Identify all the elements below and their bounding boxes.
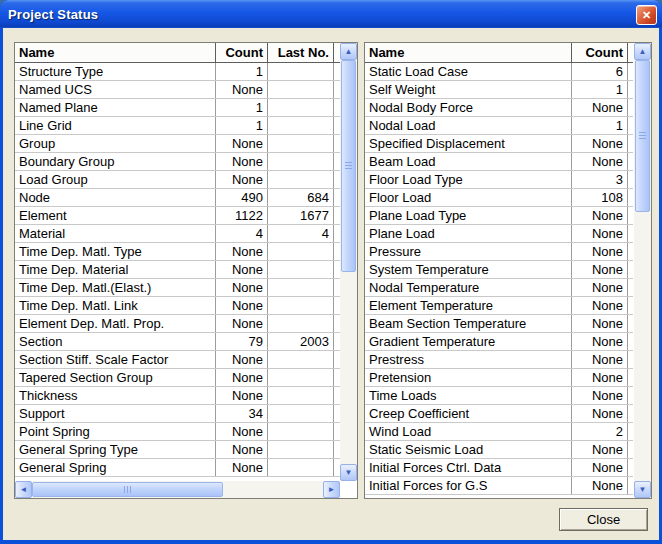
left-grid-header: Name Count Last No. <box>15 43 340 63</box>
scroll-down-icon[interactable]: ▼ <box>634 481 651 498</box>
cell-name: Beam Load <box>365 153 572 170</box>
cell-count: None <box>216 279 268 296</box>
close-icon[interactable]: ✕ <box>636 5 657 25</box>
table-row: Point SpringNone <box>15 423 340 441</box>
table-row: Creep CoefficientNone <box>365 405 633 423</box>
cell-count: 108 <box>572 189 628 206</box>
cell-count: None <box>216 387 268 404</box>
cell-last <box>268 135 334 152</box>
cell-count: 4 <box>216 225 268 242</box>
cell-name: Structure Type <box>15 63 216 80</box>
cell-count: None <box>572 153 628 170</box>
left-grid-body: Structure Type1Named UCSNoneNamed Plane1… <box>15 63 340 477</box>
cell-name: Static Seismic Load <box>365 441 572 458</box>
cell-count: None <box>216 369 268 386</box>
table-row: Node490684 <box>15 189 340 207</box>
table-row: General SpringNone <box>15 459 340 477</box>
cell-name: Wind Load <box>365 423 572 440</box>
cell-last <box>268 261 334 278</box>
dialog-client-area: Name Count Last No. Structure Type1Named… <box>3 28 659 540</box>
project-status-dialog: Project Status ✕ Name Count Last No. Str… <box>0 0 662 544</box>
left-horizontal-scrollbar[interactable]: ◄ ► <box>15 481 340 498</box>
table-row: Time Dep. MaterialNone <box>15 261 340 279</box>
scroll-up-icon[interactable]: ▲ <box>340 43 357 60</box>
table-row: Time Dep. Matl. TypeNone <box>15 243 340 261</box>
cell-count: None <box>216 441 268 458</box>
table-row: Gradient TemperatureNone <box>365 333 633 351</box>
right-grid-body: Static Load Case6Self Weight1Nodal Body … <box>365 63 633 495</box>
cell-count: 6 <box>572 63 628 80</box>
right-grid-header: Name Count <box>365 43 633 63</box>
scroll-left-icon[interactable]: ◄ <box>15 481 32 498</box>
cell-name: Self Weight <box>365 81 572 98</box>
table-row: Section792003 <box>15 333 340 351</box>
table-row: Tapered Section GroupNone <box>15 369 340 387</box>
cell-count: 1 <box>572 117 628 134</box>
cell-name: Element Dep. Matl. Prop. <box>15 315 216 332</box>
left-hscroll-thumb[interactable] <box>32 482 223 497</box>
cell-name: Nodal Body Force <box>365 99 572 116</box>
left-status-panel: Name Count Last No. Structure Type1Named… <box>14 42 358 499</box>
scroll-right-icon[interactable]: ► <box>323 481 340 498</box>
cell-count: None <box>572 225 628 242</box>
cell-count: None <box>572 243 628 260</box>
cell-count: None <box>572 369 628 386</box>
cell-count: None <box>216 135 268 152</box>
cell-name: Specified Displacement <box>365 135 572 152</box>
cell-name: Gradient Temperature <box>365 333 572 350</box>
table-row: Nodal Body ForceNone <box>365 99 633 117</box>
table-row: Nodal Load1 <box>365 117 633 135</box>
cell-count: 2 <box>572 423 628 440</box>
cell-last <box>268 459 334 476</box>
cell-name: Time Dep. Matl.(Elast.) <box>15 279 216 296</box>
cell-count: None <box>572 99 628 116</box>
cell-name: Pretension <box>365 369 572 386</box>
left-vscroll-thumb[interactable] <box>341 60 356 272</box>
cell-name: Floor Load <box>365 189 572 206</box>
cell-count: None <box>572 297 628 314</box>
right-status-panel: Name Count Static Load Case6Self Weight1… <box>364 42 652 499</box>
left-vertical-scrollbar[interactable]: ▲ ▼ <box>340 43 357 481</box>
title-bar[interactable]: Project Status ✕ <box>0 0 662 28</box>
table-row: System TemperatureNone <box>365 261 633 279</box>
cell-last <box>268 99 334 116</box>
cell-last <box>268 171 334 188</box>
cell-count: None <box>572 261 628 278</box>
cell-count: None <box>216 171 268 188</box>
cell-count: 1 <box>216 117 268 134</box>
cell-count: None <box>572 459 628 476</box>
column-header-lastno: Last No. <box>268 43 334 62</box>
cell-count: 490 <box>216 189 268 206</box>
right-vscroll-thumb[interactable] <box>635 60 650 212</box>
cell-last <box>268 315 334 332</box>
cell-name: Thickness <box>15 387 216 404</box>
cell-count: 1 <box>216 63 268 80</box>
table-row: Load GroupNone <box>15 171 340 189</box>
cell-name: Load Group <box>15 171 216 188</box>
scroll-up-icon[interactable]: ▲ <box>634 43 651 60</box>
cell-last <box>268 387 334 404</box>
table-row: PressureNone <box>365 243 633 261</box>
close-button[interactable]: Close <box>559 508 648 531</box>
table-row: PrestressNone <box>365 351 633 369</box>
cell-last: 4 <box>268 225 334 242</box>
cell-last <box>268 441 334 458</box>
cell-name: Named Plane <box>15 99 216 116</box>
table-row: Initial Forces Ctrl. DataNone <box>365 459 633 477</box>
cell-name: Floor Load Type <box>365 171 572 188</box>
table-row: Section Stiff. Scale FactorNone <box>15 351 340 369</box>
scroll-down-icon[interactable]: ▼ <box>340 464 357 481</box>
cell-name: Section <box>15 333 216 350</box>
cell-count: 1 <box>216 99 268 116</box>
table-row: Time Dep. Matl. LinkNone <box>15 297 340 315</box>
right-vertical-scrollbar[interactable]: ▲ ▼ <box>634 43 651 498</box>
table-row: GroupNone <box>15 135 340 153</box>
table-row: Element Dep. Matl. Prop.None <box>15 315 340 333</box>
column-header-name: Name <box>15 43 216 62</box>
table-row: Specified DisplacementNone <box>365 135 633 153</box>
cell-name: System Temperature <box>365 261 572 278</box>
cell-name: Time Loads <box>365 387 572 404</box>
cell-last: 1677 <box>268 207 334 224</box>
cell-last <box>268 117 334 134</box>
table-row: Named UCSNone <box>15 81 340 99</box>
